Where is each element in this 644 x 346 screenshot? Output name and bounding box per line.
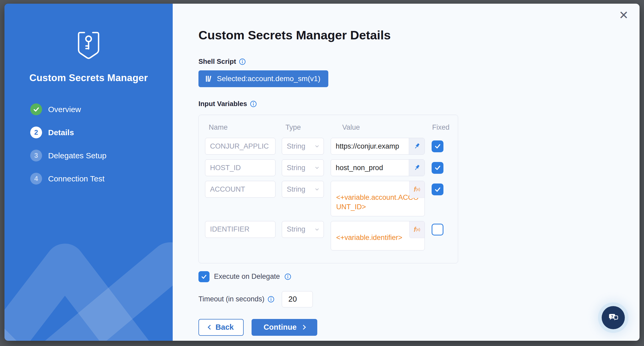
check-icon <box>434 164 441 171</box>
table-row: String <+variable.account.ACCOUNT_ID> f(… <box>205 181 452 216</box>
variable-name-input[interactable] <box>205 138 275 155</box>
help-chat-icon: ? <box>607 311 620 324</box>
chevron-right-icon <box>301 325 306 330</box>
help-chat-button[interactable]: ? <box>602 306 625 329</box>
variable-expression-field[interactable]: <+variable.account.ACCOUNT_ID> f(x) <box>331 181 425 216</box>
variable-name-input[interactable] <box>205 221 275 238</box>
shell-script-selected-label: Selected:account.demo_sm(v1) <box>217 75 320 83</box>
step-label: Overview <box>48 105 81 114</box>
step-status-circle: 3 <box>30 150 42 161</box>
fx-expression-icon[interactable]: f(x) <box>409 221 425 238</box>
step-status-circle: 4 <box>30 173 42 185</box>
sidebar-title: Custom Secrets Manager <box>4 72 173 83</box>
fixed-checkbox[interactable] <box>432 224 443 235</box>
step-status-circle: 1 <box>30 103 42 115</box>
column-header-value: Value <box>334 123 432 132</box>
page-title: Custom Secrets Manager Details <box>198 28 493 42</box>
shell-script-info-icon[interactable] <box>239 58 246 65</box>
input-variables-label-row: Input Variables <box>198 100 493 108</box>
pin-icon[interactable] <box>409 160 425 176</box>
wizard-buttons-row: Back Continue <box>198 319 493 336</box>
timeout-input[interactable] <box>282 291 313 307</box>
variable-name-input[interactable] <box>205 181 275 198</box>
timeout-info-icon[interactable] <box>268 296 274 303</box>
execute-on-delegate-row: Execute on Delegate <box>198 271 493 282</box>
pin-icon[interactable] <box>409 138 425 154</box>
check-icon <box>434 186 441 193</box>
timeout-label: Timeout (in seconds) <box>198 295 264 303</box>
execute-on-delegate-info-icon[interactable] <box>284 273 291 280</box>
sidebar-step-overview[interactable]: 1 Overview <box>30 103 173 115</box>
svg-text:?: ? <box>611 314 613 319</box>
check-icon <box>201 274 207 280</box>
variable-value-field[interactable]: host_non_prod <box>331 159 425 176</box>
logo-wrap <box>4 31 173 61</box>
table-rows: String https://conjur.examp <box>205 138 452 250</box>
step-label: Connection Test <box>48 174 105 183</box>
details-content: Custom Secrets Manager Details Shell Scr… <box>198 28 493 336</box>
chevron-down-icon <box>315 187 319 192</box>
chevron-down-icon <box>315 144 319 149</box>
input-variables-label: Input Variables <box>198 100 247 108</box>
variable-value-text: https://conjur.examp <box>331 138 409 154</box>
fixed-checkbox[interactable] <box>432 140 443 152</box>
continue-button-label: Continue <box>264 323 297 332</box>
shell-script-selected-button[interactable]: Selected:account.demo_sm(v1) <box>198 70 328 87</box>
variable-type-select[interactable]: String <box>282 138 324 155</box>
close-icon[interactable]: ✕ <box>619 9 628 21</box>
fixed-checkbox[interactable] <box>432 162 443 174</box>
variable-type-value: String <box>287 164 305 172</box>
table-row: String https://conjur.examp <box>205 138 452 155</box>
sidebar-step-details[interactable]: 2 Details <box>30 127 173 138</box>
step-label: Delegates Setup <box>48 151 106 160</box>
column-header-name: Name <box>209 123 285 132</box>
sidebar-step-delegates-setup[interactable]: 3 Delegates Setup <box>30 150 173 161</box>
execute-on-delegate-checkbox[interactable] <box>198 271 209 282</box>
step-done-check-icon <box>33 106 40 113</box>
sidebar-step-connection-test[interactable]: 4 Connection Test <box>30 173 173 185</box>
table-row: String host_non_prod <box>205 159 452 176</box>
column-header-fixed: Fixed <box>432 123 452 132</box>
variable-type-select[interactable]: String <box>282 159 324 176</box>
wizard-steps: 1 Overview 2 Details 3 Delegates Setup 4 <box>4 103 173 185</box>
shell-script-label: Shell Script <box>198 57 236 66</box>
variable-type-value: String <box>287 225 305 233</box>
details-panel: ✕ Custom Secrets Manager Details Shell S… <box>173 4 640 341</box>
step-number: 2 <box>34 128 38 137</box>
wizard-sidebar: Custom Secrets Manager 1 Overview 2 Deta… <box>4 4 173 341</box>
input-variables-info-icon[interactable] <box>250 101 257 107</box>
brand-watermark <box>4 212 173 341</box>
input-variables-table: Name Type Value Fixed String https://con… <box>198 115 458 263</box>
chevron-down-icon <box>315 227 319 232</box>
chevron-down-icon <box>315 165 319 170</box>
back-button-label: Back <box>216 323 234 332</box>
chevron-left-icon <box>208 325 212 330</box>
step-number: 4 <box>34 175 38 183</box>
variable-expression-text: <+variable.account.ACCOUNT_ID> <box>336 193 419 211</box>
shell-script-label-row: Shell Script <box>198 57 493 66</box>
secrets-manager-shield-key-icon <box>75 31 102 60</box>
step-number: 3 <box>34 151 38 160</box>
timeout-row: Timeout (in seconds) <box>198 291 493 307</box>
variable-expression-field[interactable]: <+variable.identifier> f(x) <box>331 221 425 250</box>
variable-type-value: String <box>287 142 305 150</box>
variable-type-select[interactable]: String <box>282 181 324 198</box>
fixed-checkbox[interactable] <box>432 184 443 195</box>
variable-type-select[interactable]: String <box>282 221 324 238</box>
step-label: Details <box>48 128 74 137</box>
fx-expression-icon[interactable]: f(x) <box>409 181 425 198</box>
step-status-circle: 2 <box>30 127 42 138</box>
check-icon <box>434 143 441 150</box>
back-button[interactable]: Back <box>198 319 244 336</box>
table-row: String <+variable.identifier> f(x) <box>205 221 452 250</box>
variable-value-field[interactable]: https://conjur.examp <box>331 138 425 155</box>
table-header: Name Type Value Fixed <box>205 123 452 132</box>
variable-type-value: String <box>287 185 305 193</box>
custom-secrets-manager-dialog: Custom Secrets Manager 1 Overview 2 Deta… <box>4 4 640 341</box>
library-icon <box>205 75 213 83</box>
variable-expression-text: <+variable.identifier> <box>336 234 402 242</box>
execute-on-delegate-label: Execute on Delegate <box>214 272 280 281</box>
variable-value-text: host_non_prod <box>331 160 409 176</box>
continue-button[interactable]: Continue <box>252 319 317 336</box>
variable-name-input[interactable] <box>205 159 275 176</box>
